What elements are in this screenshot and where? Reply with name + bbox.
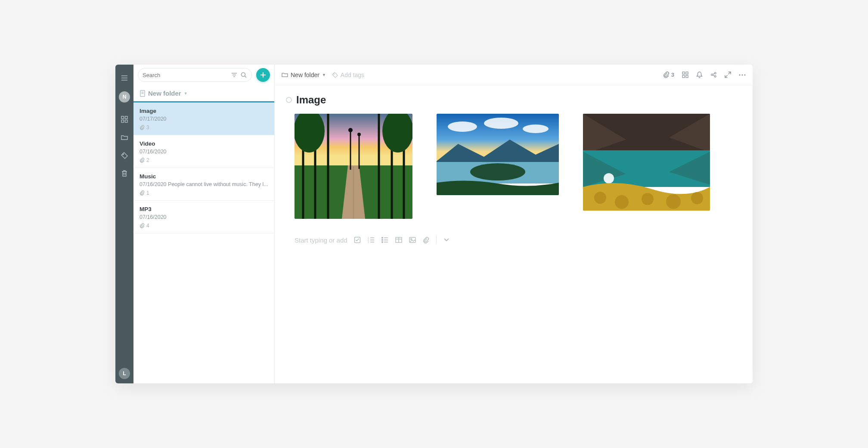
list-toolbar [133, 65, 274, 85]
svg-point-60 [691, 192, 703, 204]
note-date: 07/17/2020 [140, 116, 268, 122]
svg-point-71 [381, 237, 383, 239]
note-editor: New folder ▼ Add tags 3 [275, 65, 753, 383]
svg-text:3: 3 [368, 241, 369, 243]
svg-point-73 [381, 242, 383, 243]
filter-icon[interactable] [231, 72, 238, 78]
user-avatar-bottom[interactable]: L [119, 368, 130, 379]
svg-point-28 [739, 74, 740, 75]
user-avatar-top[interactable]: N [119, 91, 130, 103]
note-item[interactable]: MP3 07/16/2020 4 [133, 201, 274, 233]
table-icon[interactable] [395, 236, 403, 244]
svg-point-24 [714, 72, 716, 74]
image-row [294, 114, 741, 219]
svg-line-12 [245, 76, 247, 78]
note-item[interactable]: Image 07/17/2020 3 [133, 103, 274, 135]
breadcrumb[interactable]: New folder ▼ [282, 72, 326, 78]
chevron-down-icon: ▼ [184, 91, 188, 96]
note-list-panel: New folder ▼ Image 07/17/2020 3 Video 07… [133, 65, 275, 383]
svg-point-57 [615, 195, 629, 209]
numbered-list-icon[interactable]: 123 [367, 236, 375, 244]
note-attachments: 3 [140, 124, 268, 131]
note-attachments: 1 [140, 190, 268, 196]
note-title: Image [140, 108, 268, 114]
note-attachments: 2 [140, 157, 268, 163]
svg-point-18 [333, 73, 334, 74]
expand-icon[interactable] [725, 72, 731, 78]
svg-point-59 [666, 194, 681, 209]
attach-icon[interactable] [422, 236, 430, 244]
breadcrumb-label: New folder [291, 72, 319, 78]
note-title: MP3 [140, 206, 268, 212]
add-tags-button[interactable]: Add tags [332, 72, 364, 78]
status-circle-icon[interactable] [286, 97, 292, 103]
editor-body[interactable]: Image [275, 85, 753, 383]
trash-icon[interactable] [119, 168, 130, 179]
svg-point-55 [604, 173, 614, 184]
bullet-list-icon[interactable] [381, 236, 389, 244]
note-item[interactable]: Music 07/16/2020 People cannot live with… [133, 168, 274, 201]
editor-placeholder-text: Start typing or add [294, 236, 347, 244]
svg-point-72 [381, 240, 383, 241]
search-input-wrap[interactable] [138, 68, 252, 82]
separator [436, 236, 437, 244]
image-icon[interactable] [409, 236, 416, 244]
svg-rect-22 [686, 75, 688, 78]
svg-rect-5 [121, 120, 124, 123]
new-note-button[interactable] [256, 68, 270, 82]
note-list: Image 07/17/2020 3 Video 07/16/2020 2 Mu… [133, 103, 274, 383]
svg-point-7 [123, 154, 124, 155]
tag-icon[interactable] [119, 150, 130, 161]
note-date: 07/16/2020 [140, 214, 268, 220]
attachments-button[interactable]: 3 [663, 72, 674, 78]
svg-point-29 [741, 74, 743, 75]
svg-rect-3 [121, 116, 124, 119]
folder-label: New folder [148, 90, 181, 97]
share-icon[interactable] [710, 72, 717, 78]
more-icon[interactable] [739, 74, 746, 76]
search-icon[interactable] [240, 72, 247, 78]
editor-placeholder-row[interactable]: Start typing or add 123 [294, 236, 741, 244]
folder-icon[interactable] [119, 132, 130, 143]
svg-point-58 [642, 193, 654, 205]
note-attachments: 4 [140, 223, 268, 229]
svg-point-44 [357, 133, 361, 136]
svg-point-48 [448, 121, 477, 132]
folder-selector[interactable]: New folder ▼ [133, 85, 274, 103]
grid-view-icon[interactable] [682, 72, 688, 78]
note-item[interactable]: Video 07/16/2020 2 [133, 135, 274, 168]
svg-point-78 [410, 239, 412, 240]
checklist-icon[interactable] [353, 236, 361, 244]
svg-rect-4 [125, 116, 128, 119]
svg-point-56 [594, 192, 606, 204]
dashboard-icon[interactable] [119, 114, 130, 124]
insert-toolbar: 123 [353, 236, 450, 244]
svg-point-11 [242, 73, 245, 77]
attached-image[interactable] [294, 114, 412, 219]
svg-line-26 [713, 74, 715, 75]
svg-rect-19 [682, 72, 685, 74]
svg-point-49 [484, 118, 518, 129]
add-tags-label: Add tags [341, 72, 364, 78]
attached-image[interactable] [437, 114, 559, 195]
note-title: Video [140, 140, 268, 147]
search-input[interactable] [143, 72, 228, 78]
note-folder-icon [140, 90, 146, 97]
app-window: N L [115, 65, 753, 383]
svg-rect-20 [686, 72, 688, 74]
menu-icon[interactable] [119, 73, 130, 83]
editor-toolbar: New folder ▼ Add tags 3 [275, 65, 753, 85]
svg-point-50 [523, 124, 549, 133]
attached-image[interactable] [583, 114, 710, 211]
document-title[interactable]: Image [296, 94, 326, 106]
note-title: Music [140, 173, 268, 180]
more-insert-icon[interactable] [443, 236, 450, 244]
toolbar-actions: 3 [663, 72, 746, 78]
svg-point-25 [714, 75, 716, 77]
notifications-icon[interactable] [696, 72, 703, 78]
svg-point-42 [348, 128, 353, 132]
svg-rect-6 [125, 120, 128, 123]
svg-point-23 [711, 74, 713, 76]
svg-rect-21 [682, 75, 685, 78]
chevron-down-icon: ▼ [322, 73, 326, 77]
